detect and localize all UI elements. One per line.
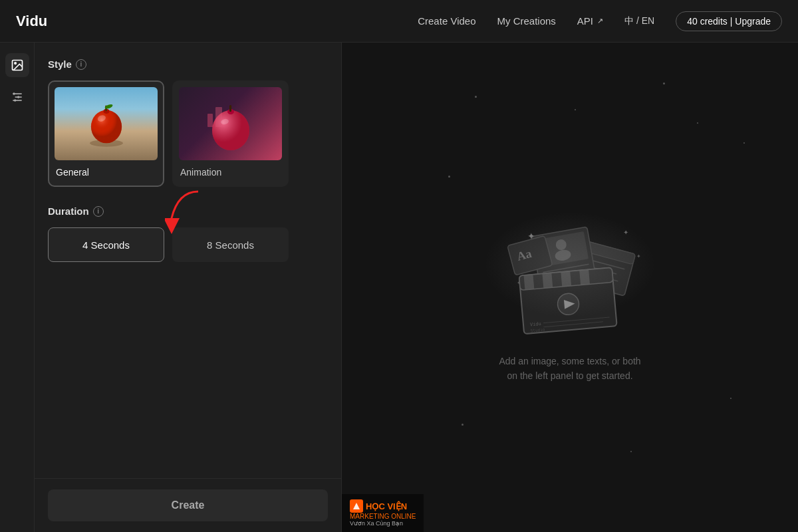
right-panel: ✦ ✦ ✦ ✦ bbox=[342, 43, 798, 532]
nav-my-creations[interactable]: My Creations bbox=[497, 15, 556, 27]
svg-point-5 bbox=[13, 92, 15, 94]
duration-cards: 4 Seconds 8 Seconds bbox=[48, 227, 328, 262]
nav-lang[interactable]: 中 / EN bbox=[624, 15, 654, 27]
svg-rect-20 bbox=[215, 107, 222, 127]
dot-4 bbox=[697, 122, 698, 124]
watermark-line3: Vươn Xa Cùng Bạn bbox=[350, 520, 416, 527]
helper-text-line1: Add an image, some texts, or both bbox=[499, 354, 640, 368]
style-cards: General bbox=[48, 80, 328, 187]
credits-upgrade-button[interactable]: 40 credits | Upgrade bbox=[676, 11, 782, 31]
dot-9 bbox=[630, 451, 632, 452]
apple-animation-image bbox=[179, 87, 282, 160]
watermark-line1: HỌC VIỆN bbox=[366, 501, 407, 511]
duration-info-icon[interactable]: i bbox=[93, 206, 104, 217]
helper-text-line2: on the left panel to get started. bbox=[499, 368, 640, 383]
dot-1 bbox=[475, 96, 477, 98]
svg-point-10 bbox=[90, 110, 121, 144]
duration-section-title: Duration bbox=[48, 205, 89, 217]
apple-general-image bbox=[55, 87, 158, 160]
panel-content: Style i bbox=[35, 43, 341, 478]
svg-point-7 bbox=[14, 99, 16, 101]
nav-api[interactable]: API ↗ bbox=[577, 15, 603, 27]
svg-marker-51 bbox=[353, 503, 360, 509]
svg-rect-19 bbox=[207, 114, 213, 127]
glow-blob bbox=[483, 211, 656, 318]
dot-3 bbox=[663, 82, 665, 84]
style-card-animation-label: Animation bbox=[179, 167, 282, 178]
style-card-general-label: General bbox=[55, 167, 158, 178]
style-card-animation-thumb bbox=[179, 87, 282, 160]
main-layout: Style i bbox=[0, 43, 798, 532]
external-link-icon: ↗ bbox=[597, 17, 603, 25]
watermark-logo-icon bbox=[350, 499, 363, 513]
style-info-icon[interactable]: i bbox=[76, 59, 86, 70]
svg-point-6 bbox=[17, 96, 19, 98]
watermark-text-block: HỌC VIỆN bbox=[366, 501, 407, 511]
logo: Vidu bbox=[16, 13, 47, 30]
create-button[interactable]: Create bbox=[48, 489, 328, 521]
image-panel-icon[interactable] bbox=[5, 53, 29, 77]
nav-create-video[interactable]: Create Video bbox=[418, 15, 475, 27]
style-card-general-thumb bbox=[55, 87, 158, 160]
watermark: HỌC VIỆN MARKETING ONLINE Vươn Xa Cùng B… bbox=[342, 494, 424, 532]
create-bar: Create bbox=[35, 478, 341, 532]
dot-5 bbox=[743, 142, 745, 144]
header: Vidu Create Video My Creations API ↗ 中 /… bbox=[0, 0, 798, 43]
duration-section-header: Duration i bbox=[48, 205, 328, 217]
illustration-container: ✦ ✦ ✦ ✦ bbox=[477, 192, 663, 384]
svg-text:Vidu: Vidu bbox=[530, 321, 541, 327]
dot-7 bbox=[730, 398, 732, 399]
watermark-line2: MARKETING ONLINE bbox=[350, 513, 416, 520]
style-section-title: Style bbox=[48, 59, 72, 70]
dot-8 bbox=[462, 424, 464, 426]
dot-6 bbox=[448, 176, 450, 178]
svg-rect-18 bbox=[229, 105, 231, 112]
style-card-animation[interactable]: Animation bbox=[172, 80, 289, 187]
sidebar-icons bbox=[0, 43, 35, 532]
style-card-general[interactable]: General bbox=[48, 80, 164, 187]
helper-text: Add an image, some texts, or both on the… bbox=[499, 354, 640, 384]
style-section-header: Style i bbox=[48, 59, 328, 70]
dot-2 bbox=[575, 109, 576, 110]
left-panel: Style i bbox=[35, 43, 342, 532]
svg-point-1 bbox=[14, 63, 15, 65]
settings-panel-icon[interactable] bbox=[5, 85, 29, 109]
main-nav: Create Video My Creations API ↗ 中 / EN 4… bbox=[418, 11, 782, 31]
duration-card-4s[interactable]: 4 Seconds bbox=[48, 227, 164, 262]
illustration-svg: ✦ ✦ ✦ ✦ bbox=[477, 192, 663, 338]
duration-card-8s[interactable]: 8 Seconds bbox=[172, 227, 289, 262]
